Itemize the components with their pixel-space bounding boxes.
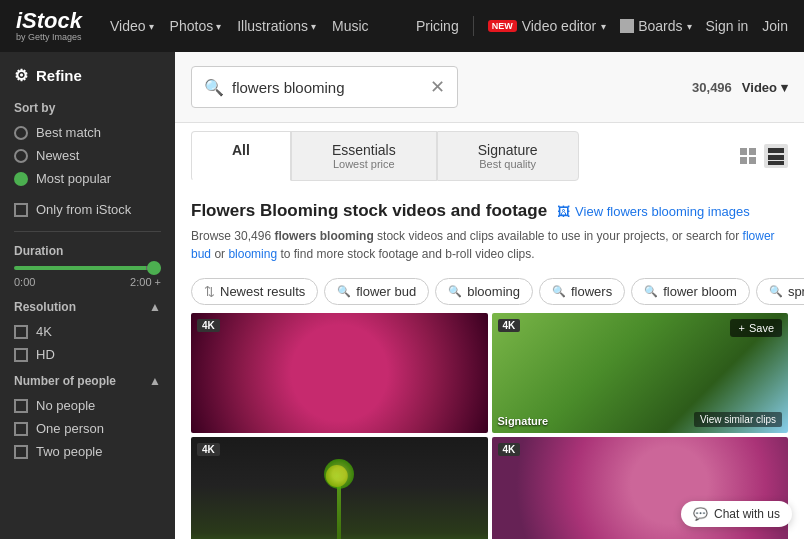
svg-rect-3 [749, 157, 756, 164]
search-icon: 🔍 [337, 285, 351, 298]
filter-pills: ⇅ Newest results 🔍 flower bud 🔍 blooming… [175, 271, 804, 313]
nav-music[interactable]: Music [332, 18, 369, 34]
layout: ⚙ Refine Sort by Best match Newest Most … [0, 52, 804, 539]
svg-rect-4 [768, 148, 784, 153]
refine-header: ⚙ Refine [14, 66, 161, 85]
filter-flowers[interactable]: 🔍 flowers [539, 278, 625, 305]
chevron-down-icon: ▾ [149, 21, 154, 32]
filter-newest-results[interactable]: ⇅ Newest results [191, 278, 318, 305]
chevron-down-icon: ▾ [311, 21, 316, 32]
sort-icon: ⇅ [204, 284, 215, 299]
browse-text: Browse 30,496 flowers blooming stock vid… [175, 225, 804, 271]
tabs-row: All Essentials Lowest price Signature Be… [175, 123, 804, 189]
list-view-button[interactable] [764, 144, 788, 168]
chat-icon: 💬 [693, 507, 708, 521]
boards-button[interactable]: Boards ▾ [620, 18, 691, 34]
svg-rect-1 [749, 148, 756, 155]
video-card-1[interactable]: 4K [191, 313, 488, 433]
checkbox-icon [14, 348, 28, 362]
slider-track [14, 266, 161, 270]
sort-most-popular[interactable]: Most popular [14, 171, 161, 186]
page-header: Flowers Blooming stock videos and footag… [175, 189, 804, 225]
checkbox-icon [14, 445, 28, 459]
duration-label: Duration [14, 244, 161, 258]
grid-view-button[interactable] [736, 144, 760, 168]
slider-thumb[interactable] [147, 261, 161, 275]
sidebar: ⚙ Refine Sort by Best match Newest Most … [0, 52, 175, 539]
signin-button[interactable]: Sign in [706, 18, 749, 34]
search-input[interactable] [232, 79, 422, 96]
checkbox-icon [14, 203, 28, 217]
duration-slider[interactable] [14, 266, 161, 270]
filter-blooming[interactable]: 🔍 blooming [435, 278, 533, 305]
main-content: 🔍 ✕ 30,496 Video ▾ All [175, 52, 804, 539]
main-nav: Video ▾ Photos ▾ Illustrations ▾ Music [110, 18, 369, 34]
chevron-down-icon: ▾ [687, 21, 692, 32]
chat-widget[interactable]: 💬 Chat with us [681, 501, 792, 527]
nav-video[interactable]: Video ▾ [110, 18, 154, 34]
resolution-4k[interactable]: 4K [14, 324, 161, 339]
video-type-dropdown[interactable]: Video ▾ [742, 80, 788, 95]
filter-springtime[interactable]: 🔍 springtime [756, 278, 804, 305]
video-card-2[interactable]: 4K Signature View similar clips + Save [492, 313, 789, 433]
save-button[interactable]: + Save [730, 319, 782, 337]
nav-illustrations[interactable]: Illustrations ▾ [237, 18, 316, 34]
join-button[interactable]: Join [762, 18, 788, 34]
page-title: Flowers Blooming stock videos and footag… [191, 201, 547, 221]
tab-signature[interactable]: Signature Best quality [437, 131, 579, 181]
svg-rect-2 [740, 157, 747, 164]
pricing-link[interactable]: Pricing [416, 18, 459, 34]
sort-newest[interactable]: Newest [14, 148, 161, 163]
image-icon: 🖼 [557, 204, 570, 219]
checkbox-icon [14, 399, 28, 413]
boards-icon [620, 19, 634, 33]
4k-badge: 4K [197, 319, 220, 332]
header-right: Pricing NEW Video editor ▾ Boards ▾ Sign… [416, 16, 788, 36]
content-tabs: All Essentials Lowest price Signature Be… [191, 131, 579, 181]
chevron-down-icon: ▾ [601, 21, 606, 32]
blooming-link[interactable]: blooming [228, 247, 277, 261]
video-editor-button[interactable]: NEW Video editor ▾ [488, 18, 606, 34]
chevron-down-icon: ▾ [781, 80, 788, 95]
radio-icon [14, 172, 28, 186]
clear-icon[interactable]: ✕ [430, 76, 445, 98]
radio-icon [14, 126, 28, 140]
only-from-istock-row[interactable]: Only from iStock [14, 202, 161, 217]
people-one-person[interactable]: One person [14, 421, 161, 436]
divider [473, 16, 474, 36]
view-toggle [736, 144, 788, 168]
4k-badge: 4K [498, 443, 521, 456]
filter-flower-bud[interactable]: 🔍 flower bud [324, 278, 429, 305]
search-icon: 🔍 [769, 285, 783, 298]
filter-icon: ⚙ [14, 66, 28, 85]
tab-essentials[interactable]: Essentials Lowest price [291, 131, 437, 181]
collapse-icon[interactable]: ▲ [149, 374, 161, 388]
view-images-link[interactable]: 🖼 View flowers blooming images [557, 204, 750, 219]
video-card-3[interactable]: 4K [191, 437, 488, 539]
results-count: 30,496 Video ▾ [692, 80, 788, 95]
search-bar: 🔍 ✕ [191, 66, 458, 108]
collapse-icon[interactable]: ▲ [149, 300, 161, 314]
plus-icon: + [738, 322, 744, 334]
resolution-hd[interactable]: HD [14, 347, 161, 362]
chevron-down-icon: ▾ [216, 21, 221, 32]
tab-all[interactable]: All [191, 131, 291, 181]
duration-values: 0:00 2:00 + [14, 276, 161, 288]
checkbox-icon [14, 422, 28, 436]
sort-best-match[interactable]: Best match [14, 125, 161, 140]
search-icon: 🔍 [644, 285, 658, 298]
logo-text: iStock [16, 10, 82, 32]
nav-photos[interactable]: Photos ▾ [170, 18, 222, 34]
view-similar-label[interactable]: View similar clips [694, 412, 782, 427]
svg-rect-5 [768, 155, 784, 160]
sort-options: Best match Newest Most popular [14, 125, 161, 186]
new-badge: NEW [488, 20, 517, 32]
people-no-people[interactable]: No people [14, 398, 161, 413]
resolution-header: Resolution ▲ [14, 300, 161, 314]
svg-rect-0 [740, 148, 747, 155]
filter-flower-bloom[interactable]: 🔍 flower bloom [631, 278, 750, 305]
sort-by-label: Sort by [14, 101, 161, 115]
radio-icon [14, 149, 28, 163]
search-icon: 🔍 [204, 78, 224, 97]
people-two-people[interactable]: Two people [14, 444, 161, 459]
